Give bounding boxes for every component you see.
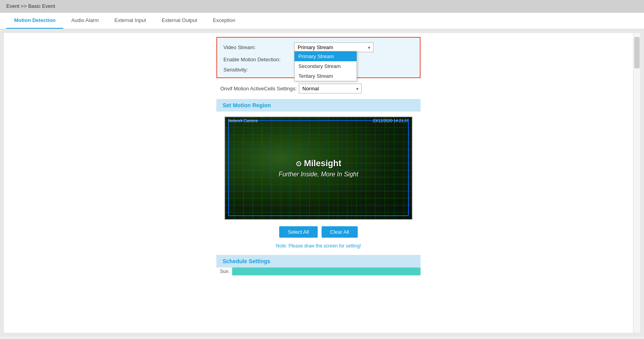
camera-view[interactable]: Network Camera 23/12/2020 14:21:37 ⊙ Mil… <box>225 117 412 219</box>
tab-external-input[interactable]: External Input <box>107 13 154 29</box>
tab-bar: Motion Detection Audio Alarm External In… <box>0 13 644 29</box>
video-stream-dropdown-wrapper: ▼ Primary Stream Secondary Stream Tertia… <box>294 42 373 52</box>
tab-audio-alarm[interactable]: Audio Alarm <box>63 13 106 29</box>
scrollbar-thumb[interactable] <box>634 37 640 68</box>
motion-region-header: Set Motion Region <box>216 99 421 112</box>
option-tertiary-stream[interactable]: Tertiary Stream <box>295 71 357 81</box>
note-text: Note: Please draw the screen for setting… <box>12 243 625 249</box>
form-section: Video Stream: ▼ Primary Stream Secondary… <box>216 37 421 78</box>
schedule-header: Schedule Settings <box>216 255 421 268</box>
option-primary-stream[interactable]: Primary Stream <box>295 51 357 61</box>
select-all-button[interactable]: Select All <box>279 226 317 238</box>
clear-all-button[interactable]: Clear All <box>322 226 358 238</box>
tab-motion-detection[interactable]: Motion Detection <box>6 13 63 29</box>
action-buttons: Select All Clear All <box>12 226 625 238</box>
tab-exception[interactable]: Exception <box>205 13 243 29</box>
video-stream-label: Video Stream: <box>223 44 294 50</box>
sensitivity-label: Sensitivity: <box>223 67 294 73</box>
schedule-sun-label: Sun. <box>216 269 232 274</box>
scrollbar[interactable] <box>633 33 640 333</box>
schedule-sun-bar[interactable] <box>232 268 421 275</box>
title-text: Event >> Basic Event <box>6 3 55 9</box>
title-bar: Event >> Basic Event <box>0 0 644 13</box>
onvif-select[interactable]: Normal <box>299 84 362 93</box>
onvif-label: Onvif Motion ActiveCells Settings: <box>220 86 299 92</box>
video-stream-row: Video Stream: ▼ Primary Stream Secondary… <box>223 42 413 52</box>
camera-overlay: ⊙ Milesight Further Inside, More In Sigh… <box>225 117 412 219</box>
option-secondary-stream[interactable]: Secondary Stream <box>295 61 357 71</box>
schedule-sun-row: Sun. <box>216 268 421 275</box>
video-container[interactable]: Network Camera 23/12/2020 14:21:37 ⊙ Mil… <box>224 116 413 220</box>
tab-external-output[interactable]: External Output <box>154 13 205 29</box>
camera-logo: ⊙ Milesight <box>296 158 341 169</box>
video-stream-dropdown-popup: Primary Stream Secondary Stream Tertiary… <box>294 51 357 81</box>
schedule-section: Sun. <box>216 268 421 275</box>
enable-motion-label: Enable Motion Detection: <box>223 57 294 62</box>
onvif-dropdown-wrapper: Normal ▼ <box>299 84 362 93</box>
camera-tagline: Further Inside, More In Sight <box>279 171 359 178</box>
onvif-section: Onvif Motion ActiveCells Settings: Norma… <box>216 84 421 93</box>
